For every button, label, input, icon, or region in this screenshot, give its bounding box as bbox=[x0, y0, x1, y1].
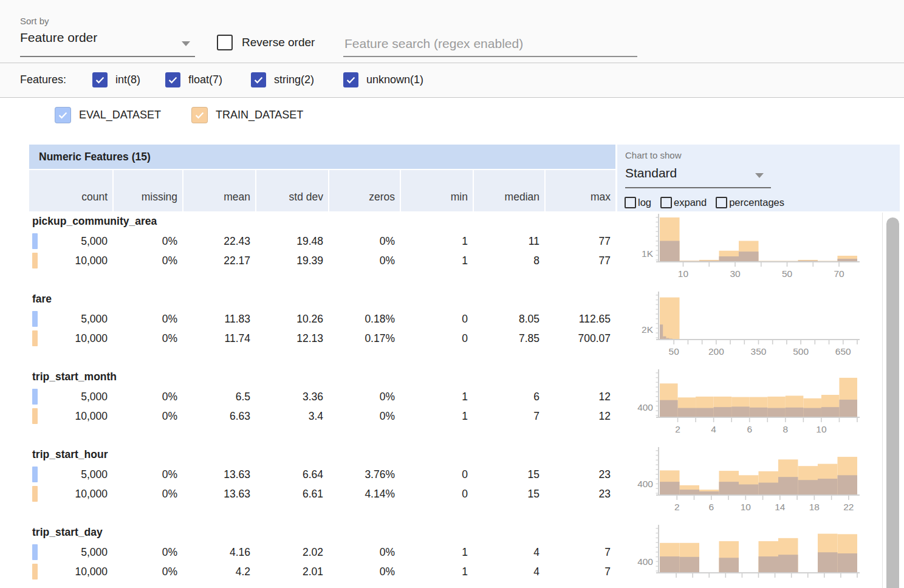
stat-value: 0.18% bbox=[329, 313, 400, 326]
stat-value: 0% bbox=[114, 546, 182, 559]
chart-option-expand[interactable]: expand bbox=[660, 197, 707, 208]
stat-value: 5,000 bbox=[29, 313, 112, 326]
stat-value: 4.2 bbox=[183, 566, 255, 578]
type-filter-float-7[interactable]: float(7) bbox=[165, 72, 222, 87]
stat-value: 11.83 bbox=[183, 313, 255, 326]
feature-name: trip_start_hour bbox=[32, 448, 108, 461]
type-filter-int-8[interactable]: int(8) bbox=[92, 72, 140, 87]
stat-value: 0% bbox=[329, 566, 400, 578]
type-filter-label: string(2) bbox=[274, 74, 314, 86]
stat-value: 4 bbox=[474, 566, 544, 578]
stat-value: 13.63 bbox=[183, 488, 255, 501]
stat-value: 6.61 bbox=[256, 488, 328, 501]
sort-by-value: Feature order bbox=[20, 30, 195, 45]
feature-name: trip_start_month bbox=[32, 371, 117, 383]
checkbox-unchecked-icon bbox=[716, 197, 727, 208]
reverse-order-label: Reverse order bbox=[242, 36, 315, 49]
chart-type-dropdown[interactable]: Standard bbox=[625, 165, 771, 188]
stat-value: 0% bbox=[329, 410, 400, 423]
stat-value: 4.14% bbox=[329, 488, 400, 501]
svg-text:400: 400 bbox=[637, 556, 653, 567]
stat-value: 6 bbox=[474, 391, 544, 403]
stat-value: 12 bbox=[546, 391, 615, 403]
stat-value: 2.01 bbox=[256, 566, 328, 578]
histogram-trip-start-month: 246810400 bbox=[617, 369, 885, 447]
stat-value: 2.02 bbox=[256, 546, 328, 559]
feature-name: pickup_community_area bbox=[32, 215, 157, 228]
svg-text:6: 6 bbox=[708, 502, 714, 512]
stat-value: 8.05 bbox=[474, 313, 544, 326]
stat-value: 0% bbox=[114, 488, 182, 501]
stat-value: 23 bbox=[546, 488, 615, 501]
stat-value: 700.07 bbox=[546, 332, 615, 345]
checkbox-checked-icon bbox=[92, 72, 108, 87]
dataset-toggle-train-dataset[interactable]: TRAIN_DATASET bbox=[191, 107, 303, 123]
stats-row-train: 10,0000%22.1719.390%1877 bbox=[29, 251, 615, 270]
column-header-min: min bbox=[401, 170, 473, 211]
histogram-trip-start-day: 400 bbox=[617, 525, 885, 588]
chart-option-percentages[interactable]: percentages bbox=[716, 197, 784, 208]
feature-search-input[interactable] bbox=[343, 32, 637, 57]
chart-option-label: log bbox=[638, 197, 651, 208]
stat-value: 0% bbox=[329, 546, 400, 559]
stat-value: 19.48 bbox=[256, 235, 328, 248]
scrollbar-track[interactable] bbox=[882, 213, 904, 588]
stat-value: 10,000 bbox=[29, 410, 112, 423]
stat-value: 0% bbox=[114, 391, 182, 403]
stat-value: 77 bbox=[546, 235, 615, 248]
feature-type-filter-bar: Features: int(8)float(7)string(2)unknown… bbox=[0, 63, 904, 98]
dataset-label: EVAL_DATASET bbox=[79, 109, 161, 121]
checkbox-checked-icon bbox=[251, 72, 266, 87]
scrollbar-thumb[interactable] bbox=[886, 217, 899, 588]
reverse-order-checkbox[interactable]: Reverse order bbox=[217, 35, 315, 50]
svg-text:650: 650 bbox=[835, 346, 851, 357]
feature-block-fare: fare5,0000%11.8310.260.18%08.05112.6510,… bbox=[29, 292, 615, 369]
stat-value: 11 bbox=[474, 235, 544, 248]
chevron-down-icon bbox=[182, 41, 190, 46]
stat-value: 5,000 bbox=[29, 468, 112, 481]
stat-value: 0 bbox=[401, 332, 473, 345]
stat-value: 12 bbox=[546, 410, 615, 423]
dataset-toggle-eval-dataset[interactable]: EVAL_DATASET bbox=[55, 107, 161, 123]
stat-value: 15 bbox=[474, 488, 544, 501]
type-filter-label: unknown(1) bbox=[366, 74, 423, 86]
stat-value: 0% bbox=[114, 566, 182, 578]
type-filter-label: int(8) bbox=[115, 74, 140, 86]
stat-value: 1 bbox=[401, 566, 473, 578]
stat-value: 0% bbox=[114, 255, 182, 267]
stat-value: 3.76% bbox=[329, 468, 400, 481]
stat-value: 0% bbox=[329, 391, 400, 403]
check-icon bbox=[345, 74, 357, 86]
type-filter-string-2[interactable]: string(2) bbox=[251, 72, 314, 87]
stats-row-train: 10,0000%4.22.010%147 bbox=[29, 562, 615, 581]
sort-by-dropdown[interactable]: Sort by Feature order bbox=[20, 16, 195, 57]
type-filter-label: float(7) bbox=[188, 74, 222, 86]
svg-text:22: 22 bbox=[843, 502, 854, 512]
svg-text:400: 400 bbox=[637, 402, 653, 412]
stats-row-eval: 5,0000%22.4319.480%11177 bbox=[29, 232, 615, 250]
svg-text:2: 2 bbox=[674, 502, 680, 512]
checkbox-unchecked-icon bbox=[217, 35, 233, 50]
feature-block-trip-start-day: trip_start_day5,0000%4.162.020%14710,000… bbox=[29, 525, 615, 588]
chart-option-log[interactable]: log bbox=[625, 197, 651, 208]
stat-value: 23 bbox=[546, 468, 615, 481]
stats-row-train: 10,0000%13.636.614.14%01523 bbox=[29, 485, 615, 503]
check-icon bbox=[253, 74, 264, 86]
histogram-trip-start-hour: 2610141822400 bbox=[617, 447, 885, 525]
type-filter-unknown-1[interactable]: unknown(1) bbox=[343, 72, 423, 87]
sort-bar: Sort by Feature order Reverse order bbox=[0, 0, 904, 63]
stats-column-headers: countmissingmeanstd devzerosminmedianmax bbox=[29, 170, 615, 211]
chart-type-value: Standard bbox=[625, 166, 771, 180]
stats-row-eval: 5,0000%4.162.020%147 bbox=[29, 543, 615, 561]
stat-value: 5,000 bbox=[29, 235, 112, 248]
checkbox-checked-icon bbox=[165, 72, 180, 87]
stats-row-eval: 5,0000%11.8310.260.18%08.05112.65 bbox=[29, 310, 615, 328]
feature-name: trip_start_day bbox=[32, 526, 103, 539]
sort-by-label: Sort by bbox=[20, 16, 195, 26]
stat-value: 4.16 bbox=[183, 546, 255, 559]
stat-value: 6.63 bbox=[183, 410, 255, 423]
stat-value: 5,000 bbox=[29, 391, 112, 403]
svg-text:10: 10 bbox=[678, 268, 689, 279]
svg-text:10: 10 bbox=[741, 502, 752, 512]
column-header-median: median bbox=[474, 170, 544, 211]
